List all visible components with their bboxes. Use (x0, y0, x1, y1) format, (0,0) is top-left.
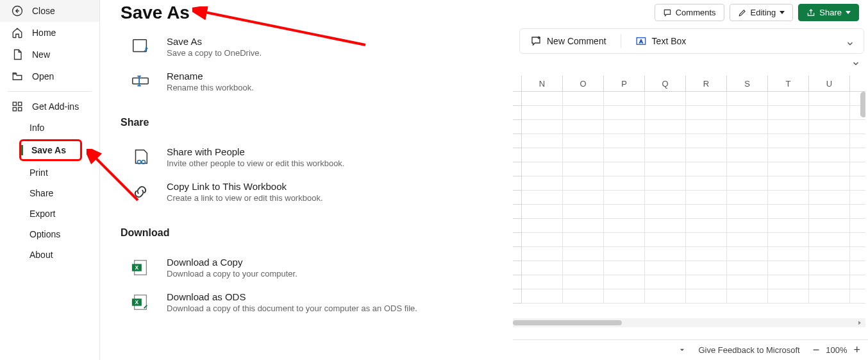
cell[interactable] (768, 205, 809, 219)
cell[interactable] (522, 247, 563, 261)
about-item[interactable]: About (0, 244, 99, 265)
cell[interactable] (604, 106, 645, 120)
cell[interactable] (645, 162, 686, 176)
cell[interactable] (686, 120, 727, 134)
cell[interactable] (727, 247, 768, 261)
row-gutter[interactable] (513, 261, 522, 275)
cell[interactable] (563, 92, 604, 106)
cell[interactable] (604, 219, 645, 233)
cell[interactable] (604, 162, 645, 176)
save-as-item[interactable]: Save As (19, 139, 82, 161)
cell[interactable] (604, 233, 645, 247)
cell[interactable] (604, 289, 645, 304)
cell[interactable] (768, 191, 809, 205)
col-header[interactable]: P (604, 76, 645, 91)
cell[interactable] (563, 176, 604, 191)
row-gutter[interactable] (513, 191, 522, 205)
cell[interactable] (686, 92, 727, 106)
cell[interactable] (604, 275, 645, 289)
cell[interactable] (686, 106, 727, 120)
cell[interactable] (768, 92, 809, 106)
cell[interactable] (809, 92, 850, 106)
cell[interactable] (645, 205, 686, 219)
text-box-button[interactable]: A Text Box (631, 33, 690, 49)
cell[interactable] (850, 176, 865, 191)
cell[interactable] (522, 275, 563, 289)
col-header[interactable]: N (522, 76, 563, 91)
cell[interactable] (645, 134, 686, 148)
cell[interactable] (645, 219, 686, 233)
horizontal-scrollbar-thumb[interactable] (513, 320, 622, 325)
cell[interactable] (686, 289, 727, 304)
cell[interactable] (768, 106, 809, 120)
ribbon-more-caret[interactable] (846, 39, 856, 49)
cell[interactable] (768, 233, 809, 247)
cell[interactable] (809, 247, 850, 261)
cell[interactable] (563, 289, 604, 304)
cell[interactable] (563, 247, 604, 261)
scroll-right-button[interactable] (855, 318, 864, 327)
cell[interactable] (727, 148, 768, 162)
cell[interactable] (850, 219, 865, 233)
col-header[interactable]: R (686, 76, 727, 91)
save-as-action[interactable]: Save As Save a copy to OneDrive. (121, 30, 492, 64)
cell[interactable] (809, 162, 850, 176)
cell[interactable] (686, 247, 727, 261)
cell[interactable] (645, 106, 686, 120)
status-caret[interactable] (679, 345, 685, 355)
cell[interactable] (645, 120, 686, 134)
cell[interactable] (686, 261, 727, 275)
cell[interactable] (727, 120, 768, 134)
cell[interactable] (727, 92, 768, 106)
cell[interactable] (522, 176, 563, 191)
cell[interactable] (768, 134, 809, 148)
cell[interactable] (645, 233, 686, 247)
row-gutter[interactable] (513, 176, 522, 191)
cell[interactable] (686, 162, 727, 176)
get-addins-item[interactable]: Get Add-ins (0, 96, 99, 117)
cell[interactable] (686, 233, 727, 247)
cell[interactable] (850, 261, 865, 275)
cell[interactable] (686, 148, 727, 162)
cell[interactable] (809, 205, 850, 219)
cell[interactable] (604, 120, 645, 134)
cell[interactable] (604, 247, 645, 261)
cell[interactable] (686, 219, 727, 233)
cell[interactable] (850, 191, 865, 205)
cell[interactable] (604, 261, 645, 275)
col-header[interactable]: V (850, 76, 865, 91)
open-item[interactable]: Open (0, 65, 99, 87)
cell[interactable] (645, 176, 686, 191)
editing-button[interactable]: Editing (730, 4, 794, 21)
cell[interactable] (809, 219, 850, 233)
feedback-link[interactable]: Give Feedback to Microsoft (698, 345, 799, 355)
new-item[interactable]: New (0, 44, 99, 65)
cell[interactable] (850, 120, 865, 134)
cell[interactable] (563, 219, 604, 233)
comments-button[interactable]: Comments (655, 4, 724, 21)
cell[interactable] (645, 261, 686, 275)
cell[interactable] (604, 134, 645, 148)
col-header[interactable]: T (768, 76, 809, 91)
cell[interactable] (686, 275, 727, 289)
cell[interactable] (686, 134, 727, 148)
cell[interactable] (604, 176, 645, 191)
share-button[interactable]: Share (798, 4, 859, 21)
row-gutter[interactable] (513, 233, 522, 247)
cell[interactable] (522, 289, 563, 304)
ribbon-collapse-caret[interactable] (849, 58, 863, 69)
cell[interactable] (809, 275, 850, 289)
cell[interactable] (727, 191, 768, 205)
cell[interactable] (727, 275, 768, 289)
home-item[interactable]: Home (0, 22, 99, 44)
cell[interactable] (563, 162, 604, 176)
spreadsheet-grid[interactable]: NOPQRSTUV (513, 76, 865, 315)
cell[interactable] (727, 205, 768, 219)
row-gutter[interactable] (513, 92, 522, 106)
row-gutter[interactable] (513, 162, 522, 176)
cell[interactable] (850, 205, 865, 219)
row-gutter[interactable] (513, 247, 522, 261)
vertical-scrollbar-thumb[interactable] (860, 92, 865, 117)
cell[interactable] (522, 233, 563, 247)
info-item[interactable]: Info (0, 117, 99, 138)
